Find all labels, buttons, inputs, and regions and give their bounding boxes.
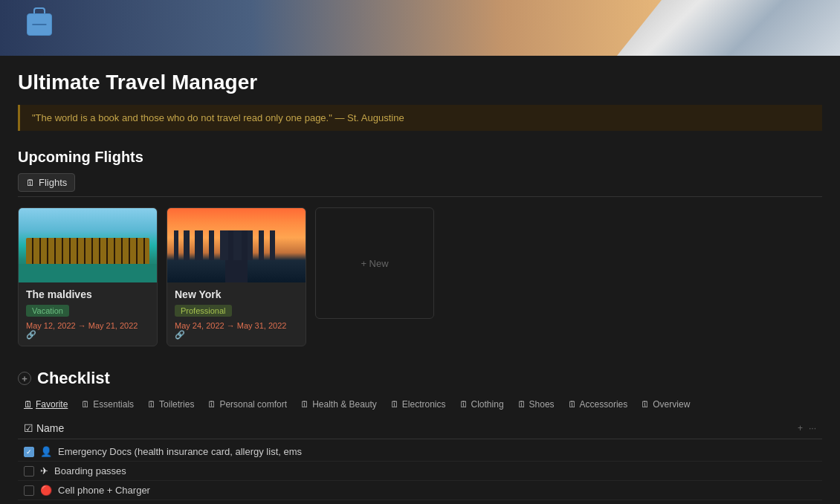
checklist-section: + Checklist 🗓Favorite🗓Essentials🗓Toiletr… bbox=[18, 369, 822, 504]
checklist-tabs: 🗓Favorite🗓Essentials🗓Toiletries🗓Personal… bbox=[18, 397, 822, 412]
checklist-tab-clothing[interactable]: 🗓Clothing bbox=[453, 397, 510, 412]
checklist-tab-personal-comfort[interactable]: 🗓Personal comfort bbox=[201, 397, 293, 412]
checklist-tab-label: Clothing bbox=[471, 399, 504, 410]
checklist-tab-icon: 🗓 bbox=[517, 399, 526, 410]
checklist-table-header: ☑ Name + ··· bbox=[18, 418, 822, 439]
flights-tab[interactable]: 🗓 Flights bbox=[18, 173, 75, 192]
maldives-dates: May 12, 2022 → May 21, 2022 🔗 bbox=[26, 321, 149, 340]
row-text: Emergency Docs (health insurance card, a… bbox=[58, 446, 302, 457]
newyork-tag: Professional bbox=[175, 305, 232, 317]
checklist-tab-icon: 🗓 bbox=[390, 399, 399, 410]
checklist-checkbox[interactable] bbox=[24, 447, 34, 457]
quote-block: "The world is a book and those who do no… bbox=[18, 105, 822, 131]
checklist-heading-container: + Checklist bbox=[18, 369, 822, 388]
page-title: Ultimate Travel Manager bbox=[18, 71, 822, 94]
checklist-tab-accessories[interactable]: 🗓Accessories bbox=[562, 397, 634, 412]
add-flight-label: + New bbox=[361, 258, 388, 269]
checklist-tab-toiletries[interactable]: 🗓Toiletries bbox=[141, 397, 200, 412]
checklist-tab-label: Essentials bbox=[93, 399, 134, 410]
maldives-title: The maldives bbox=[26, 288, 149, 300]
checklist-tab-shoes[interactable]: 🗓Shoes bbox=[511, 397, 560, 412]
newyork-title: New York bbox=[175, 288, 298, 300]
newyork-card-body: New York Professional May 24, 2022 → May… bbox=[167, 282, 306, 346]
checklist-tab-label: Accessories bbox=[580, 399, 628, 410]
checklist-rows: 👤Emergency Docs (health insurance card, … bbox=[18, 442, 822, 504]
main-content: Ultimate Travel Manager "The world is a … bbox=[0, 56, 840, 504]
checklist-checkbox[interactable] bbox=[24, 485, 34, 496]
flight-card-newyork[interactable]: New York Professional May 24, 2022 → May… bbox=[167, 207, 306, 346]
checklist-tab-icon: 🗓 bbox=[641, 399, 650, 410]
row-text: Boarding passes bbox=[54, 465, 126, 476]
checklist-tab-icon: 🗓 bbox=[568, 399, 577, 410]
flights-tab-icon: 🗓 bbox=[26, 178, 35, 188]
flights-tab-label: Flights bbox=[39, 177, 67, 188]
luggage-icon bbox=[26, 7, 53, 37]
checklist-name-header: ☑ Name bbox=[24, 422, 64, 434]
checklist-tab-label: Favorite bbox=[36, 399, 68, 410]
checklist-tab-icon: 🗓 bbox=[147, 399, 156, 410]
add-flight-card[interactable]: + New bbox=[315, 207, 434, 319]
row-icon: 👤 bbox=[40, 446, 52, 457]
checklist-row[interactable]: ✈Boarding passes bbox=[18, 462, 822, 481]
maldives-image bbox=[19, 208, 157, 282]
checklist-tab-label: Personal comfort bbox=[219, 399, 287, 410]
flight-cards-container: The maldives Vacation May 12, 2022 → May… bbox=[18, 207, 822, 346]
checklist-tab-label: Health & Beauty bbox=[312, 399, 377, 410]
add-column-btn[interactable]: + bbox=[798, 423, 803, 433]
flights-heading: Upcoming Flights bbox=[18, 149, 822, 166]
more-options-btn[interactable]: ··· bbox=[809, 423, 816, 433]
hero-banner bbox=[0, 0, 840, 56]
luggage-icon-area bbox=[26, 7, 53, 37]
checklist-tab-icon: 🗓 bbox=[300, 399, 309, 410]
flights-section: Upcoming Flights 🗓 Flights The maldives … bbox=[18, 149, 822, 346]
checklist-header-actions: + ··· bbox=[798, 423, 816, 433]
checklist-tab-icon: 🗓 bbox=[207, 399, 216, 410]
checklist-tab-icon: 🗓 bbox=[81, 399, 90, 410]
flights-tab-bar: 🗓 Flights bbox=[18, 173, 822, 197]
newyork-dates: May 24, 2022 → May 31, 2022 🔗 bbox=[175, 321, 298, 340]
checklist-row[interactable]: 🏨Confirmation Receipts (hotel, train, bu… bbox=[18, 500, 822, 504]
checklist-tab-icon: 🗓 bbox=[459, 399, 468, 410]
luggage-body bbox=[27, 13, 52, 36]
checklist-tab-essentials[interactable]: 🗓Essentials bbox=[75, 397, 140, 412]
checklist-tab-label: Electronics bbox=[402, 399, 446, 410]
newyork-image bbox=[167, 208, 306, 282]
quote-text: "The world is a book and those who do no… bbox=[32, 112, 404, 123]
checklist-tab-label: Overview bbox=[653, 399, 690, 410]
row-icon: 🔴 bbox=[40, 485, 52, 496]
checklist-heading-text: Checklist bbox=[37, 369, 110, 388]
checklist-tab-overview[interactable]: 🗓Overview bbox=[635, 397, 696, 412]
flight-card-maldives[interactable]: The maldives Vacation May 12, 2022 → May… bbox=[18, 207, 158, 346]
checklist-tab-label: Toiletries bbox=[159, 399, 194, 410]
maldives-card-body: The maldives Vacation May 12, 2022 → May… bbox=[19, 282, 157, 346]
row-icon: ✈ bbox=[40, 465, 48, 476]
checklist-tab-label: Shoes bbox=[529, 399, 555, 410]
checklist-row[interactable]: 👤Emergency Docs (health insurance card, … bbox=[18, 442, 822, 462]
luggage-handle bbox=[33, 7, 45, 13]
add-section-button[interactable]: + bbox=[18, 372, 31, 385]
checklist-tab-health-&-beauty[interactable]: 🗓Health & Beauty bbox=[294, 397, 383, 412]
checklist-row[interactable]: 🔴Cell phone + Charger bbox=[18, 481, 822, 500]
checklist-checkbox[interactable] bbox=[24, 466, 34, 476]
maldives-tag: Vacation bbox=[26, 305, 69, 317]
checklist-tab-electronics[interactable]: 🗓Electronics bbox=[384, 397, 452, 412]
row-text: Cell phone + Charger bbox=[58, 485, 150, 496]
checklist-tab-icon: 🗓 bbox=[24, 399, 33, 410]
checklist-tab-favorite[interactable]: 🗓Favorite bbox=[18, 397, 74, 412]
